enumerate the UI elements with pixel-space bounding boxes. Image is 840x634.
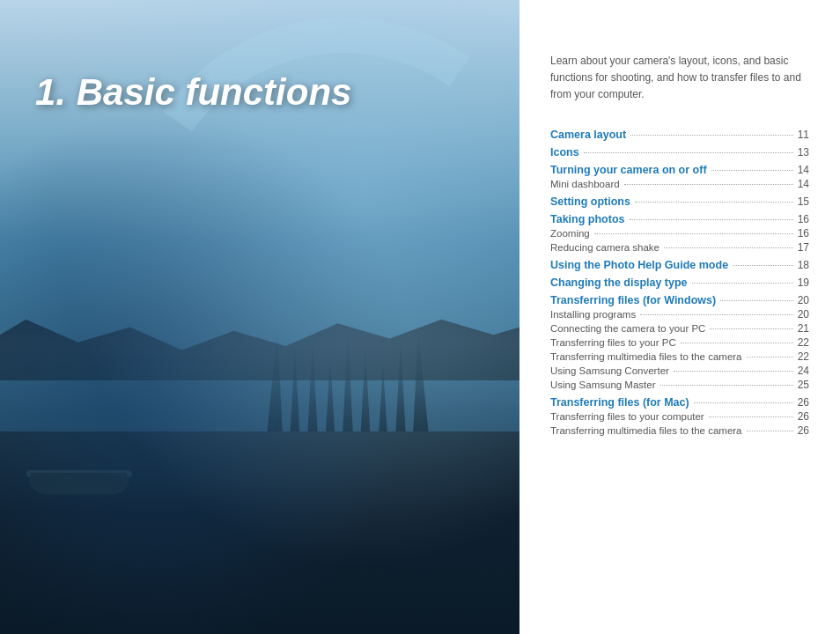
left-panel: 1. Basic functions	[0, 0, 519, 634]
toc-item: Changing the display type19	[550, 276, 809, 289]
toc-main-row[interactable]: Transferring files (for Windows)20	[550, 294, 809, 306]
toc-sub-page-number: 20	[798, 308, 809, 321]
toc-sub-label: Transferring files to your computer	[550, 411, 704, 422]
toc-sub-row[interactable]: Reducing camera shake17	[550, 241, 809, 254]
toc-sub-dots	[709, 417, 793, 417]
toc-item: Taking photos16Zooming16Reducing camera …	[550, 213, 809, 254]
toc-sub-page-number: 24	[798, 365, 809, 377]
toc-page-number: 16	[798, 213, 809, 225]
toc-sub-page-number: 26	[798, 410, 809, 423]
toc-main-row[interactable]: Taking photos16	[550, 213, 809, 225]
toc-sub-row[interactable]: Transferring files to your computer26	[550, 410, 809, 423]
toc-main-label: Camera layout	[550, 129, 626, 141]
toc-dots	[630, 219, 793, 220]
toc-sub-row[interactable]: Zooming16	[550, 227, 809, 240]
toc-main-label: Taking photos	[550, 213, 625, 225]
toc-sub-page-number: 22	[798, 336, 809, 349]
toc-page-number: 20	[798, 294, 809, 306]
toc-main-label: Transferring files (for Mac)	[550, 396, 689, 409]
toc-sub-dots	[710, 328, 792, 329]
toc-dots	[584, 152, 793, 153]
toc-main-row[interactable]: Turning your camera on or off14	[550, 164, 809, 176]
toc-sub-label: Transferring multimedia files to the cam…	[550, 351, 742, 362]
toc-main-row[interactable]: Transferring files (for Mac)26	[550, 396, 809, 409]
toc-sub-page-number: 21	[798, 322, 809, 335]
toc-sub-label: Zooming	[550, 228, 590, 239]
toc-main-row[interactable]: Icons13	[550, 146, 809, 158]
toc-main-row[interactable]: Camera layout11	[550, 129, 809, 141]
right-panel: Learn about your camera's layout, icons,…	[519, 0, 840, 634]
toc-page-number: 13	[798, 146, 809, 158]
toc-page-number: 26	[798, 396, 809, 409]
toc-sub-label: Reducing camera shake	[550, 242, 659, 253]
toc-sub-label: Connecting the camera to your PC	[550, 323, 705, 334]
toc-main-label: Icons	[550, 146, 579, 158]
toc-page-number: 11	[798, 129, 809, 141]
toc-page-number: 14	[798, 164, 809, 176]
toc-item: Transferring files (for Mac)26Transferri…	[550, 396, 809, 437]
toc-sub-label: Transferring files to your PC	[550, 337, 676, 348]
toc-main-label: Setting options	[550, 195, 630, 208]
toc-sub-row[interactable]: Using Samsung Master25	[550, 379, 809, 391]
toc-sub-dots	[664, 247, 793, 248]
toc-list: Camera layout11Icons13Turning your camer…	[550, 129, 809, 437]
toc-dots	[720, 300, 793, 301]
toc-sub-dots	[594, 233, 793, 234]
toc-main-label: Turning your camera on or off	[550, 164, 707, 176]
toc-sub-dots	[747, 357, 793, 358]
toc-sub-row[interactable]: Mini dashboard14	[550, 178, 809, 190]
toc-item: Using the Photo Help Guide mode18	[550, 259, 809, 271]
toc-sub-page-number: 26	[798, 424, 809, 437]
toc-main-row[interactable]: Changing the display type19	[550, 276, 809, 289]
toc-item: Camera layout11	[550, 129, 809, 141]
toc-item: Turning your camera on or off14Mini dash…	[550, 164, 809, 190]
toc-sub-row[interactable]: Transferring files to your PC22	[550, 336, 809, 349]
toc-sub-label: Using Samsung Converter	[550, 365, 669, 376]
toc-main-label: Transferring files (for Windows)	[550, 294, 716, 306]
toc-dots	[711, 170, 793, 171]
toc-sub-dots	[640, 314, 792, 315]
toc-sub-page-number: 22	[798, 350, 809, 363]
toc-sub-label: Using Samsung Master	[550, 380, 656, 390]
toc-main-label: Using the Photo Help Guide mode	[550, 259, 728, 271]
toc-item: Setting options15	[550, 195, 809, 208]
toc-page-number: 19	[798, 276, 809, 289]
chapter-description: Learn about your camera's layout, icons,…	[550, 53, 809, 104]
toc-page-number: 15	[798, 195, 809, 208]
toc-item: Icons13	[550, 146, 809, 158]
toc-sub-dots	[681, 343, 793, 343]
chapter-title-area: 1. Basic functions	[35, 70, 484, 114]
chapter-title: 1. Basic functions	[35, 70, 484, 114]
toc-dots	[692, 283, 793, 284]
toc-dots	[630, 135, 792, 136]
toc-item: Transferring files (for Windows)20Instal…	[550, 294, 809, 391]
toc-sub-label: Transferring multimedia files to the cam…	[550, 425, 742, 436]
toc-sub-label: Installing programs	[550, 309, 636, 320]
toc-dots	[694, 402, 793, 403]
toc-page-number: 18	[798, 259, 809, 271]
toc-sub-page-number: 17	[798, 241, 809, 254]
toc-sub-dots	[660, 385, 793, 386]
toc-dots	[635, 202, 793, 203]
toc-dots	[733, 265, 793, 266]
toc-sub-page-number: 25	[798, 379, 809, 391]
toc-sub-row[interactable]: Transferring multimedia files to the cam…	[550, 424, 809, 437]
toc-main-row[interactable]: Setting options15	[550, 195, 809, 208]
toc-sub-page-number: 16	[798, 227, 809, 240]
toc-sub-row[interactable]: Using Samsung Converter24	[550, 365, 809, 377]
toc-sub-row[interactable]: Transferring multimedia files to the cam…	[550, 350, 809, 363]
toc-sub-label: Mini dashboard	[550, 179, 620, 189]
toc-main-row[interactable]: Using the Photo Help Guide mode18	[550, 259, 809, 271]
toc-sub-page-number: 14	[798, 178, 809, 190]
toc-sub-dots	[674, 371, 793, 372]
toc-sub-row[interactable]: Installing programs20	[550, 308, 809, 321]
toc-main-label: Changing the display type	[550, 276, 688, 289]
toc-sub-dots	[624, 184, 793, 185]
toc-sub-row[interactable]: Connecting the camera to your PC21	[550, 322, 809, 335]
toc-sub-dots	[747, 431, 793, 431]
